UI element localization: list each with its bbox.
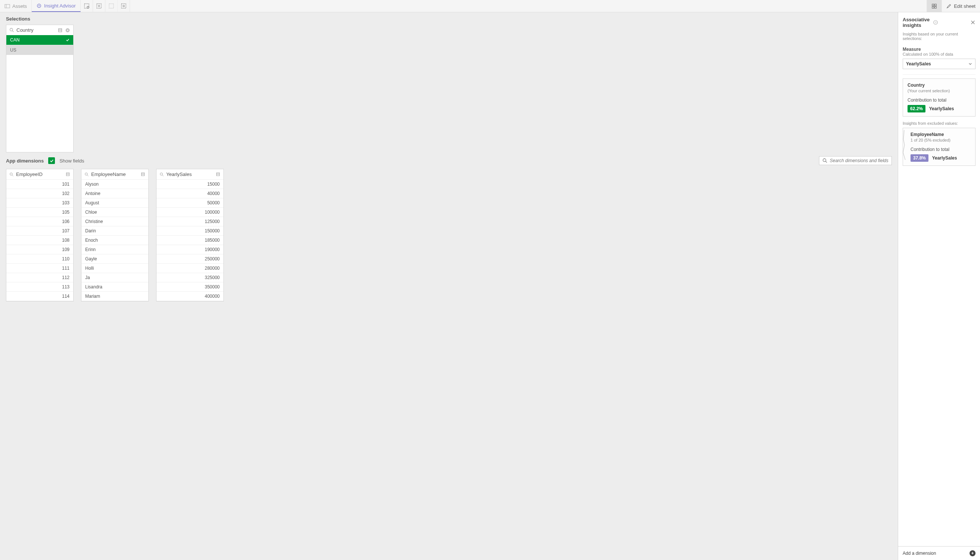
- search-icon: [9, 172, 14, 177]
- svg-rect-11: [935, 4, 937, 6]
- dimension-value[interactable]: 250000: [157, 254, 223, 264]
- measure-value: YearlySales: [906, 61, 931, 67]
- dimension-value[interactable]: 150000: [157, 227, 223, 236]
- dimension-value[interactable]: Christine: [82, 217, 148, 227]
- svg-point-14: [10, 28, 13, 31]
- selection-value-label: US: [10, 47, 17, 53]
- insights-subtitle: Insights based on your current selection…: [898, 30, 980, 45]
- dimension-value[interactable]: Antoine: [82, 189, 148, 198]
- dimension-value[interactable]: Gayle: [82, 254, 148, 264]
- svg-rect-10: [932, 4, 934, 6]
- dimension-card: EmployeeID 10110210310510610710810911011…: [6, 169, 73, 302]
- add-dimension-button[interactable]: Add a dimension +: [898, 546, 980, 560]
- dimension-value[interactable]: Ja: [82, 273, 148, 282]
- dimension-value[interactable]: August: [82, 198, 148, 208]
- help-icon[interactable]: ?: [933, 20, 938, 25]
- search-icon: [160, 172, 164, 177]
- chevron-down-icon: [968, 62, 972, 66]
- dimension-value[interactable]: 100000: [157, 208, 223, 217]
- dimension-value[interactable]: 102: [7, 189, 73, 198]
- dimension-value[interactable]: Alyson: [82, 180, 148, 189]
- selection-value-selected[interactable]: CAN: [7, 35, 73, 45]
- selections-heading: Selections: [0, 12, 898, 25]
- list-icon[interactable]: [140, 172, 145, 177]
- dimension-value[interactable]: 111: [7, 264, 73, 273]
- dimension-value[interactable]: 106: [7, 217, 73, 227]
- svg-rect-29: [141, 173, 144, 176]
- dimension-value[interactable]: 50000: [157, 198, 223, 208]
- insight-card-selection[interactable]: Country (Your current selection) Contrib…: [903, 78, 975, 117]
- clear-selection-icon[interactable]: [65, 28, 70, 33]
- svg-rect-0: [5, 4, 10, 7]
- dimension-value[interactable]: 107: [7, 227, 73, 236]
- dimension-value[interactable]: Mariam: [82, 292, 148, 301]
- selection-tool-3[interactable]: [105, 0, 118, 12]
- insight-advisor-icon: [36, 3, 42, 8]
- insight-card-contrib-label: Contribution to total: [910, 147, 971, 152]
- dimension-search-box[interactable]: [819, 156, 892, 165]
- dimension-value[interactable]: 105: [7, 208, 73, 217]
- list-icon[interactable]: [65, 172, 70, 177]
- grid-view-button[interactable]: [927, 0, 942, 12]
- dimension-value[interactable]: 101: [7, 180, 73, 189]
- close-icon[interactable]: [970, 20, 975, 25]
- measure-dropdown[interactable]: YearlySales: [903, 58, 975, 69]
- dimension-value[interactable]: 280000: [157, 264, 223, 273]
- svg-text:?: ?: [934, 21, 936, 24]
- sparkline-accent: [902, 128, 905, 165]
- svg-point-27: [85, 173, 87, 175]
- insight-advisor-tab[interactable]: Insight Advisor: [32, 0, 81, 12]
- contribution-badge-purple: 37.8%: [910, 154, 928, 162]
- selection-tool-2[interactable]: [93, 0, 105, 12]
- app-dimensions-title: App dimensions: [6, 158, 44, 163]
- search-icon: [85, 172, 89, 177]
- dimension-value[interactable]: 110: [7, 254, 73, 264]
- plus-icon: +: [970, 550, 975, 556]
- dimension-value[interactable]: 109: [7, 245, 73, 254]
- associative-insights-panel: Associative insights ? Insights based on…: [898, 12, 980, 560]
- dimension-value[interactable]: 400000: [157, 292, 223, 301]
- dimension-card-title: EmployeeID: [16, 172, 63, 177]
- insight-card-contrib-label: Contribution to total: [908, 98, 971, 103]
- dimension-value[interactable]: 190000: [157, 245, 223, 254]
- edit-sheet-button[interactable]: Edit sheet: [942, 0, 980, 12]
- dimension-value[interactable]: 108: [7, 236, 73, 245]
- measure-note: Calculated on 100% of data: [903, 52, 975, 57]
- insight-card-sub: 1 of 20 (5% excluded): [910, 138, 971, 142]
- dimension-value[interactable]: 350000: [157, 282, 223, 292]
- dimension-value[interactable]: 114: [7, 292, 73, 301]
- dimension-value[interactable]: Enoch: [82, 236, 148, 245]
- dimension-value[interactable]: 40000: [157, 189, 223, 198]
- assets-tab[interactable]: Assets: [0, 0, 32, 12]
- dimension-value[interactable]: Erinn: [82, 245, 148, 254]
- dimension-value[interactable]: Darin: [82, 227, 148, 236]
- list-icon[interactable]: [216, 172, 220, 177]
- dimension-value[interactable]: 113: [7, 282, 73, 292]
- insight-card-title: EmployeeName: [910, 132, 971, 137]
- insight-card-excluded[interactable]: EmployeeName 1 of 20 (5% excluded) Contr…: [903, 128, 975, 166]
- selection-tool-4[interactable]: [118, 0, 130, 12]
- dimension-value[interactable]: 15000: [157, 180, 223, 189]
- dimension-value[interactable]: Chloe: [82, 208, 148, 217]
- svg-rect-7: [109, 4, 113, 8]
- svg-point-5: [87, 7, 89, 8]
- selection-value-alternative[interactable]: US: [7, 45, 73, 55]
- dimension-value[interactable]: 325000: [157, 273, 223, 282]
- svg-rect-4: [85, 4, 89, 8]
- dimension-value[interactable]: 185000: [157, 236, 223, 245]
- list-icon[interactable]: [58, 28, 63, 33]
- selection-tool-1[interactable]: [81, 0, 93, 12]
- svg-line-33: [163, 175, 163, 176]
- dimension-value[interactable]: 112: [7, 273, 73, 282]
- svg-rect-8: [122, 4, 126, 8]
- check-icon: [66, 38, 70, 42]
- show-fields-checkbox[interactable]: [48, 157, 55, 164]
- dimension-value[interactable]: Holli: [82, 264, 148, 273]
- dimension-value[interactable]: 103: [7, 198, 73, 208]
- dimension-value[interactable]: Lisandra: [82, 282, 148, 292]
- svg-point-22: [10, 173, 12, 175]
- dimension-value[interactable]: 125000: [157, 217, 223, 227]
- edit-sheet-label: Edit sheet: [954, 3, 975, 9]
- dimension-search-input[interactable]: [830, 158, 888, 163]
- svg-rect-13: [935, 7, 937, 8]
